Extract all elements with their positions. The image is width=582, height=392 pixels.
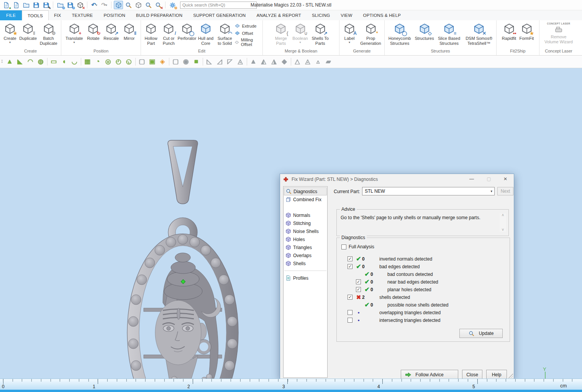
mark-triangle-tool-icon[interactable]: ▲	[5, 57, 15, 67]
unzoom-part-icon[interactable]	[134, 1, 143, 9]
dsm-somos-tetrashell-button[interactable]: ✕ DSM Somos® TetraShell™	[463, 21, 495, 46]
rotate-button[interactable]: ↻ Rotate	[85, 21, 102, 42]
save-icon[interactable]	[31, 1, 41, 9]
delete-marked-icon[interactable]: ▲	[248, 57, 259, 67]
label-button[interactable]: A Label ▾	[341, 21, 358, 44]
hollow-part-button[interactable]: Hollow Part	[143, 21, 159, 46]
hide-marked-icon[interactable]: ▰	[323, 57, 334, 67]
translate-button[interactable]: + Translate ▾	[64, 21, 84, 44]
scroll-down-icon[interactable]: ˅	[502, 228, 504, 232]
copy-marked-icon[interactable]: ◮	[269, 57, 279, 67]
merge-parts-button[interactable]: { Merge Parts	[271, 21, 290, 46]
help-button[interactable]: Help	[486, 370, 507, 379]
show-marked-icon[interactable]: △	[292, 57, 303, 67]
dialog-minimize-button[interactable]: —	[464, 174, 479, 184]
select-triangle-icon[interactable]: ◺	[204, 57, 215, 67]
settings-gear-icon[interactable]: ⚙	[168, 1, 177, 9]
freeform-mark-tool-icon[interactable]: ◡	[69, 57, 80, 67]
tab-file[interactable]: FILE	[0, 10, 22, 20]
rescale-button[interactable]: ↗ Rescale	[102, 21, 120, 42]
cut-or-punch-button[interactable]: / Cut or Punch	[160, 21, 177, 46]
sidebar-item-normals[interactable]: Normals	[284, 211, 327, 219]
open-file-icon[interactable]	[21, 1, 31, 9]
dialog-resize-grip[interactable]	[508, 374, 513, 378]
slice-based-structures-button[interactable]: ≡ Slice Based Structures	[436, 21, 462, 46]
fill-marked-icon[interactable]: ◆	[279, 57, 290, 67]
scroll-up-icon[interactable]: ˄	[502, 213, 504, 217]
mark-inside-tool-icon[interactable]: ◉	[181, 57, 191, 67]
sidebar-item-triangles[interactable]: Triangles	[284, 243, 327, 251]
sidebar-item-noise-shells[interactable]: Noise Shells	[284, 227, 327, 235]
app-logo-icon[interactable]: ●	[2, 1, 11, 9]
tab-slicing[interactable]: SLICING	[307, 10, 335, 20]
mark-shell-tool-icon[interactable]: ◍	[36, 57, 46, 67]
select-surface-icon[interactable]: ◸	[225, 57, 235, 67]
window-mark-tool-icon[interactable]: ▦	[82, 57, 93, 67]
mirror-button[interactable]: ‖ Mirror	[121, 21, 138, 42]
select-plane-icon[interactable]: ◿	[215, 57, 225, 67]
shells-to-parts-button[interactable]: ↗ Shells To Parts	[310, 21, 331, 46]
star-mark-tool-icon[interactable]: ◎	[103, 57, 113, 67]
offset-button[interactable]: Offset	[234, 30, 261, 36]
honeycomb-structures-button[interactable]: ◯ Honeycomb Structures	[386, 21, 413, 46]
diag-checkbox[interactable]	[348, 318, 352, 323]
mark-all-tool-icon[interactable]: ■	[191, 57, 202, 67]
zoom-part-icon[interactable]	[124, 1, 133, 9]
new-file-icon[interactable]	[11, 1, 21, 9]
toolbar-grip[interactable]: ⁞⁞	[1, 60, 3, 63]
3d-viewport[interactable]: Y X Z Fix Wizard (Part: STL NEW) > Diagn…	[0, 68, 582, 379]
brush-mark-tool-icon[interactable]: ◔	[93, 57, 103, 67]
fix-wizard-dialog[interactable]: Fix Wizard (Part: STL NEW) > Diagnostics…	[280, 174, 514, 379]
sidebar-item-diagnostics[interactable]: Diagnostics	[284, 187, 327, 195]
next-button[interactable]: Next	[497, 187, 513, 195]
formfit-button[interactable]: ★ FormFit	[518, 21, 535, 42]
pie-mark-tool-icon[interactable]: ◴	[113, 57, 124, 67]
diag-checkbox[interactable]: ✓	[356, 287, 361, 292]
duplicate-button[interactable]: ‖ Duplicate	[19, 21, 37, 42]
create-button[interactable]: ★ Create ▾	[2, 21, 18, 44]
perforator-button[interactable]: ◯ Perforator	[178, 21, 196, 42]
milling-offset-button[interactable]: Milling Offset	[234, 38, 261, 47]
pie2-mark-tool-icon[interactable]: ◵	[124, 57, 134, 67]
rapidfit-button[interactable]: •• Rapidfit	[501, 21, 518, 42]
close-button[interactable]: Close	[462, 370, 482, 379]
diag-checkbox[interactable]: ✓	[348, 256, 352, 261]
current-part-dropdown[interactable]: STL NEW ▾	[362, 187, 495, 195]
hull-and-core-button[interactable]: Hull and Core	[197, 21, 215, 46]
tab-tools[interactable]: TOOLS	[22, 10, 49, 20]
diag-checkbox[interactable]: ✓	[348, 264, 352, 269]
zoom-off-icon[interactable]: ✕	[154, 1, 163, 9]
sidebar-item-combined-fix[interactable]: Combined Fix	[284, 195, 327, 203]
tab-fix[interactable]: FIX	[49, 10, 67, 20]
invert-marked-icon[interactable]: ◭	[259, 57, 269, 67]
tab-build-preparation[interactable]: BUILD PREPARATION	[131, 10, 188, 20]
sidebar-item-holes[interactable]: Holes	[284, 235, 327, 243]
prop-generation-button[interactable]: * Prop Generation	[359, 21, 383, 46]
dialog-close-button[interactable]: ✕	[498, 174, 513, 184]
select-shell-icon[interactable]: ◬	[235, 57, 246, 67]
undo-icon[interactable]: ↶▾	[90, 1, 99, 9]
delete-part-icon[interactable]: ✕	[75, 1, 85, 9]
tab-support-generation[interactable]: SUPPORT GENERATION	[188, 10, 251, 20]
unmark-cube-tool-icon[interactable]: ▢	[171, 57, 181, 67]
save-project-icon[interactable]: ⚙	[66, 1, 75, 9]
diag-checkbox[interactable]: ✓	[348, 295, 352, 300]
zoom-in-icon[interactable]	[144, 1, 153, 9]
extrude-button[interactable]: Extrude	[234, 23, 261, 29]
advice-scrollbar[interactable]: ˄ ˅	[500, 213, 506, 232]
mark-plane-tool-icon[interactable]: ◣	[15, 57, 25, 67]
update-button[interactable]: Update	[459, 329, 503, 338]
ellipse-mark-tool-icon[interactable]: ◖	[59, 57, 69, 67]
rect-mark-tool-icon[interactable]: ▭	[49, 57, 59, 67]
diag-checkbox[interactable]: ✓	[356, 279, 361, 284]
remove-volume-wizard-button[interactable]: CONCEPT LASER Remove Volume Wizard	[542, 21, 575, 45]
batch-duplicate-button[interactable]: ⚙ Batch Duplicate	[38, 21, 59, 46]
diag-checkbox[interactable]	[348, 310, 352, 315]
quick-search-input[interactable]	[180, 2, 257, 9]
save-as-icon[interactable]: ✎	[41, 1, 51, 9]
mark-cube-tool-icon[interactable]: ▢	[137, 57, 147, 67]
redo-icon[interactable]: ↷▾	[100, 1, 109, 9]
full-analysis-checkbox[interactable]	[341, 244, 346, 249]
pendant-model[interactable]	[126, 138, 241, 392]
follow-advice-button[interactable]: Follow Advice	[401, 370, 458, 379]
